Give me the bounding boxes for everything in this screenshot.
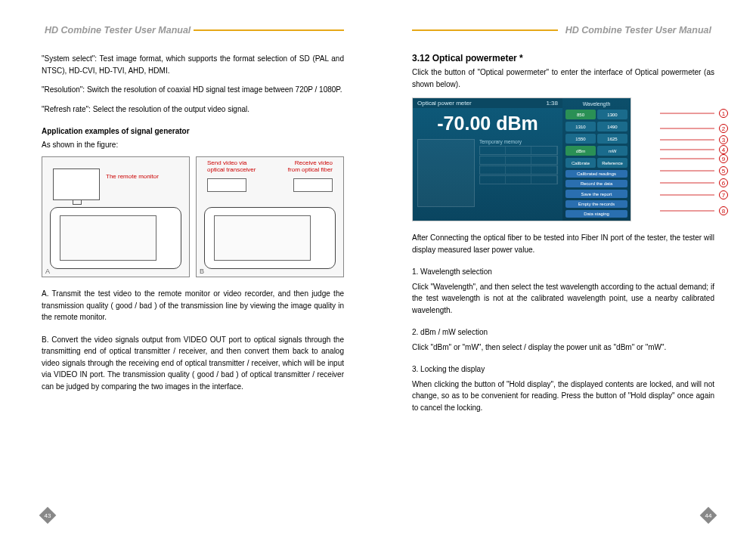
application-intro: As shown in the figure: [42,139,344,151]
figure-a-caption: The remote monitor [106,174,159,181]
paragraph-b: B. Convert the video signals output from… [42,334,344,393]
section-intro: Click the button of "Optical powermeter"… [412,66,714,90]
section-3-12-title: 3.12 Optical powermeter * [412,53,714,63]
after-connecting-text: After Connecting the optical fiber to be… [412,232,714,255]
callout-7: 7 [719,190,728,199]
opm-temporary-memory: Temporary memory [479,139,558,207]
figure-row: The remote monitor A Send video via opti… [42,156,344,277]
opm-chart-area [417,139,475,207]
opm-btn-1550[interactable]: 1550 [565,134,596,144]
application-examples-heading: Application examples of signal generator [42,125,344,138]
opm-title: Optical power meter [417,100,472,107]
callout-5: 5 [719,166,728,175]
tester-icon [50,207,181,269]
page-header: HD Combine Tester User Manual [412,23,714,38]
figure-b-caption-right: Receive video from optical fiber [281,160,333,174]
callout-3: 3 [719,135,728,144]
opm-btn-empty-records[interactable]: Empty the records [565,200,627,208]
opm-btn-1310[interactable]: 1310 [565,122,596,131]
subsection-2-title: 2. dBm / mW selection [412,326,714,339]
transceiver-icon [207,178,246,192]
subsection-3-title: 3. Locking the display [412,363,714,376]
paragraph-system-select: "System select": Test image format, whic… [42,53,344,76]
opm-btn-1625[interactable]: 1625 [597,134,627,144]
figure-a-label: A [45,267,50,275]
optical-powermeter-figure: Optical power meter 1:38 -70.00 dBm Temp… [412,97,728,221]
callout-6: 6 [719,178,728,187]
opm-memory-row [479,156,558,165]
opm-memory-row [479,165,558,175]
opm-btn-1490[interactable]: 1490 [597,122,627,131]
page-header: HD Combine Tester User Manual [42,23,344,38]
opm-memory-title: Temporary memory [479,139,558,144]
opm-memory-row [479,175,558,184]
paragraph-a: A. Transmit the test video to the remote… [42,288,344,323]
figure-b: Send video via optical transceiver Recei… [196,156,344,277]
paragraph-resolution: "Resolution": Switch the resolution of c… [42,84,344,96]
opm-btn-reference[interactable]: Reference [597,158,627,168]
opm-btn-calibrated-readings[interactable]: Calibrated readings [565,170,627,178]
opm-btn-850[interactable]: 850 [565,110,596,119]
transceiver-icon [293,178,333,192]
subsection-1-title: 1. Wavelength selection [412,266,714,278]
opm-titlebar: Optical power meter 1:38 [413,98,562,108]
subsection-1-body: Click "Wavelength", and then select the … [412,281,714,317]
callout-4: 4 [719,145,728,154]
callout-2: 2 [719,124,728,133]
page-number: 44 [700,507,717,524]
paragraph-refresh-rate: "Refresh rate": Select the resolution of… [42,104,344,116]
header-title: HD Combine Tester User Manual [562,25,714,36]
opm-btn-record-data[interactable]: Record the data [565,180,627,187]
callout-lines: 1 2 3 4 9 5 6 7 8 [660,97,728,221]
callout-8: 8 [719,206,728,215]
opm-memory-row [479,146,558,155]
header-rule [412,29,558,31]
opm-screenshot: Optical power meter 1:38 -70.00 dBm Temp… [412,97,631,221]
figure-a: The remote monitor A [42,156,190,277]
figure-b-label: B [200,267,204,275]
opm-btn-dbm[interactable]: dBm [565,146,596,156]
opm-btn-1300[interactable]: 1300 [597,110,627,119]
opm-time: 1:38 [546,100,558,107]
opm-btn-save-report[interactable]: Save the report [565,190,627,197]
figure-b-caption-left: Send video via optical transceiver [207,160,262,174]
opm-wavelength-label: Wavelength [565,101,627,107]
monitor-icon [53,169,100,200]
page-number: 43 [39,507,57,524]
opm-btn-mw[interactable]: mW [597,146,627,156]
header-title: HD Combine Tester User Manual [42,25,194,36]
tester-icon [204,207,336,269]
subsection-2-body: Click "dBm" or "mW", then select / displ… [412,342,714,354]
callout-1: 1 [719,109,728,118]
callout-9: 9 [719,154,728,163]
opm-btn-data-staging[interactable]: Data staging [565,210,627,218]
header-rule [194,29,344,31]
opm-power-reading: -70.00 dBm [413,108,562,136]
opm-btn-calibrate[interactable]: Calibrate [565,158,596,168]
subsection-3-body: When clicking the button of "Hold displa… [412,379,714,414]
